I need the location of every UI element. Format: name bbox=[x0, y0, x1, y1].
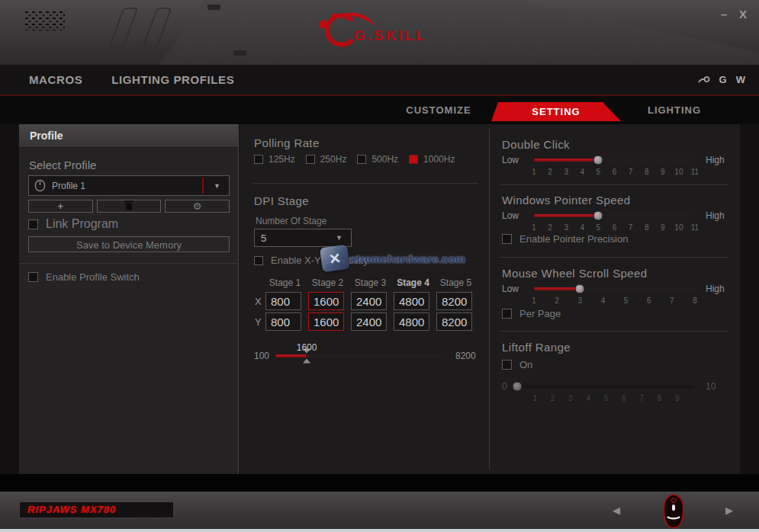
tick-8: 8 bbox=[645, 168, 649, 176]
scroll-speed-low-label: Low bbox=[502, 284, 534, 294]
dpi-input-x-stage2[interactable] bbox=[308, 292, 344, 310]
polling-250hz-checkbox[interactable] bbox=[306, 155, 315, 164]
dpi-input-x-stage4[interactable] bbox=[394, 292, 429, 310]
divider bbox=[252, 183, 478, 184]
next-device-arrow[interactable]: ▶ bbox=[725, 505, 733, 516]
profile-select[interactable]: Profile 1 ▼ bbox=[28, 175, 230, 196]
dpi-input-y-stage5[interactable] bbox=[436, 312, 472, 331]
gskill-logo: G.SKILL bbox=[0, 9, 759, 50]
dpi-low-label: 100 bbox=[254, 351, 275, 361]
tick-9: 9 bbox=[661, 223, 665, 232]
prev-device-arrow[interactable]: ◀ bbox=[613, 505, 620, 516]
nav-item-lighting-profiles[interactable]: LIGHTING PROFILES bbox=[111, 73, 234, 86]
tick-7: 7 bbox=[670, 296, 674, 305]
tick-11: 11 bbox=[691, 223, 699, 232]
polling-1000hz-checkbox[interactable] bbox=[409, 155, 418, 164]
stage-header-5: Stage 5 bbox=[438, 277, 474, 288]
save-to-device-button[interactable]: Save to Device Memory bbox=[28, 236, 230, 252]
pointer-speed-thumb[interactable] bbox=[593, 211, 603, 221]
polling-500hz-checkbox[interactable] bbox=[357, 155, 366, 164]
stage-header-2: Stage 2 bbox=[310, 277, 346, 288]
mouse-settings-column: Double Click LowHigh1234567891011 Window… bbox=[500, 124, 740, 474]
w-icon[interactable]: W bbox=[736, 74, 745, 85]
tab-lighting[interactable]: LIGHTING bbox=[621, 96, 728, 124]
double-click-title: Double Click bbox=[502, 138, 570, 151]
link-program-label: Link Program bbox=[46, 217, 118, 231]
device-name: RIPJAWS MX780 bbox=[20, 502, 173, 518]
tick-8: 8 bbox=[693, 296, 697, 305]
dpi-row-y: Y bbox=[252, 312, 479, 331]
enable-profile-switch-checkbox[interactable] bbox=[28, 272, 38, 282]
content-area: Profile Select Profile Profile 1 ▼ + bbox=[0, 124, 759, 492]
double-click-high-label: High bbox=[706, 155, 725, 165]
pointer-speed-track[interactable] bbox=[534, 214, 695, 217]
tab-setting[interactable]: SETTING bbox=[491, 102, 621, 121]
divider bbox=[500, 257, 728, 258]
device-icon[interactable] bbox=[698, 75, 710, 85]
tab-customize[interactable]: CUSTOMIZE bbox=[385, 96, 492, 124]
scroll-speed-fill bbox=[534, 287, 580, 290]
delete-profile-button[interactable] bbox=[97, 200, 162, 213]
polling-option-125hz: 125Hz bbox=[254, 154, 295, 165]
per-page-checkbox[interactable] bbox=[502, 309, 512, 319]
liftoff-thumb[interactable] bbox=[513, 382, 523, 392]
scroll-speed-title: Mouse Wheel Scroll Speed bbox=[502, 267, 648, 280]
tick-8: 8 bbox=[645, 223, 649, 232]
column-divider bbox=[489, 129, 490, 470]
tick-1: 1 bbox=[532, 168, 536, 176]
pointer-speed-title: Windows Pointer Speed bbox=[502, 194, 631, 207]
tick-4: 4 bbox=[581, 168, 585, 176]
divider bbox=[19, 263, 238, 264]
tick-1: 1 bbox=[532, 296, 536, 305]
g-icon[interactable]: G bbox=[719, 74, 727, 85]
double-click-ticks: 1234567891011 bbox=[534, 168, 695, 176]
dpi-track[interactable]: 1600 bbox=[275, 354, 445, 357]
polling-options: 125Hz250Hz500Hz1000Hz bbox=[254, 154, 455, 165]
chevron-down-icon[interactable]: ▼ bbox=[214, 182, 220, 190]
tick-9: 9 bbox=[661, 168, 665, 176]
dpi-input-x-stage5[interactable] bbox=[436, 292, 472, 310]
dpi-input-y-stage3[interactable] bbox=[351, 312, 387, 331]
scroll-speed-track[interactable] bbox=[534, 287, 695, 290]
enable-xy-sensitivity-checkbox[interactable] bbox=[254, 256, 263, 265]
tick-7: 7 bbox=[639, 394, 644, 402]
tick-1: 1 bbox=[532, 223, 536, 232]
add-profile-button[interactable]: + bbox=[28, 200, 93, 213]
divider bbox=[500, 184, 728, 185]
tick-3: 3 bbox=[568, 394, 573, 402]
double-click-thumb[interactable] bbox=[593, 155, 603, 165]
nav-item-macros[interactable]: MACROS bbox=[29, 73, 82, 86]
enable-pointer-precision-label: Enable Pointer Precision bbox=[519, 233, 628, 245]
scroll-speed-thumb[interactable] bbox=[575, 284, 585, 294]
titlebar: G.SKILL – X bbox=[0, 0, 759, 65]
dpi-input-y-stage2[interactable] bbox=[308, 312, 344, 331]
tick-5: 5 bbox=[624, 296, 629, 305]
liftoff-track[interactable] bbox=[517, 385, 695, 388]
liftoff-on-label: On bbox=[519, 359, 532, 370]
dpi-slider: 10016008200 bbox=[254, 351, 483, 361]
profile-settings-button[interactable]: ⚙ bbox=[165, 200, 230, 213]
stage-header-1: Stage 1 bbox=[267, 277, 303, 288]
dpi-input-x-stage3[interactable] bbox=[351, 292, 387, 310]
dpi-input-x-stage1[interactable] bbox=[265, 292, 301, 310]
dpi-input-y-stage4[interactable] bbox=[394, 312, 429, 331]
tick-7: 7 bbox=[629, 168, 633, 176]
mouse-device-icon[interactable] bbox=[661, 493, 687, 532]
link-program-checkbox[interactable] bbox=[28, 220, 38, 229]
chevron-down-icon[interactable]: ▼ bbox=[336, 234, 343, 242]
dpi-input-y-stage1[interactable] bbox=[265, 312, 301, 331]
footer-bar: RIPJAWS MX780 ◀ ▶ bbox=[0, 492, 759, 532]
stage-count-select[interactable]: 5 ▼ bbox=[254, 229, 352, 247]
tick-7: 7 bbox=[629, 223, 633, 232]
double-click-track[interactable] bbox=[534, 159, 695, 162]
chrome-notch bbox=[233, 50, 246, 56]
polling-125hz-checkbox[interactable] bbox=[254, 155, 263, 164]
liftoff-on-checkbox[interactable] bbox=[502, 360, 512, 370]
enable-pointer-precision-checkbox[interactable] bbox=[502, 234, 512, 244]
close-button[interactable]: X bbox=[739, 8, 747, 21]
mouse-icon bbox=[34, 179, 46, 192]
polling-500hz-label: 500Hz bbox=[371, 154, 398, 165]
pointer-speed-high-label: High bbox=[706, 210, 725, 221]
minimize-button[interactable]: – bbox=[721, 8, 727, 21]
dpi-column: Polling Rate 125Hz250Hz500Hz1000Hz DPI S… bbox=[252, 124, 489, 474]
